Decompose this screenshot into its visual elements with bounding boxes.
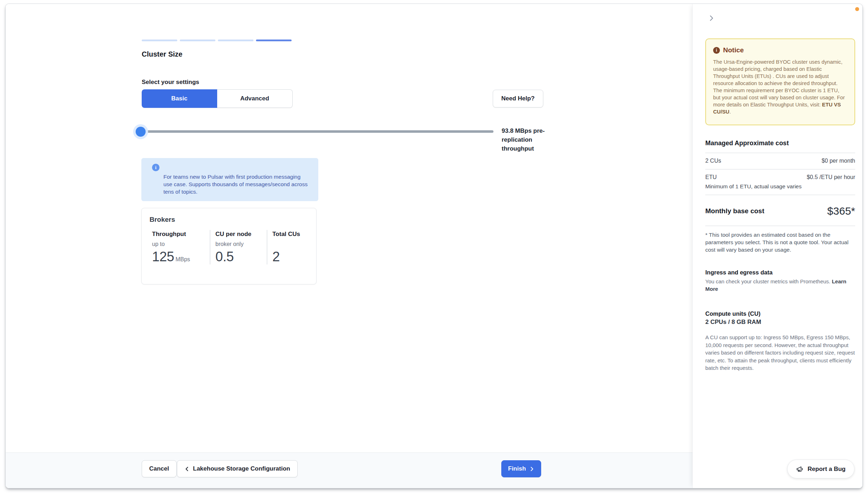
settings-label: Select your settings [142, 79, 199, 86]
divider [705, 195, 855, 195]
notice-title: Notice [723, 46, 744, 54]
chevron-right-icon [707, 14, 715, 22]
report-a-bug-label: Report a Bug [807, 466, 846, 473]
throughput-slider-caption: 93.8 MBps pre-replication throughput [502, 126, 549, 153]
metric-note: broker only [215, 241, 267, 248]
cost-row-subtext: Minimum of 1 ETU, actual usage varies [705, 183, 855, 190]
cost-disclaimer: * This tool provides an estimated cost b… [705, 231, 855, 253]
cost-row-cus: 2 CUs $0 per month [705, 153, 855, 169]
throughput-slider-handle[interactable] [136, 127, 146, 137]
wizard-footer: Cancel Lakehouse Storage Configuration F… [6, 452, 692, 488]
cost-row-value: $0.5 /ETU per hour [807, 174, 855, 180]
compute-units-title: Compute units (CU) [705, 310, 855, 317]
metric-note: up to [152, 241, 210, 248]
cancel-button[interactable]: Cancel [142, 460, 177, 477]
metric-unit: MBps [176, 256, 190, 262]
ingress-egress-title: Ingress and egress data [705, 269, 855, 276]
throughput-slider-track[interactable] [143, 130, 493, 133]
cost-row-label: 2 CUs [705, 158, 721, 164]
collapse-sidebar-button[interactable] [706, 13, 716, 23]
wizard-progress [142, 40, 292, 41]
report-a-bug-button[interactable]: Report a Bug [787, 460, 854, 478]
compute-units-spec: 2 CPUs / 8 GB RAM [705, 319, 855, 326]
notice-info-icon: i [713, 47, 720, 54]
metric-cu-per-node: CU per node broker only 0.5 [210, 230, 267, 264]
notice-suffix: . [730, 109, 731, 115]
notification-dot [855, 7, 859, 11]
ingress-egress-text: You can check your cluster metrics with … [705, 278, 832, 284]
notice-body-text: The Ursa-Engine-powered BYOC cluster use… [713, 59, 845, 107]
monthly-base-cost-value: $365* [827, 205, 855, 217]
cluster-setup-window: Cluster Size Select your settings Basic … [5, 4, 863, 488]
wizard-step-2-segment [180, 40, 215, 41]
cost-row-label: ETU [705, 174, 717, 180]
metric-total-cus: Total CUs 2 [267, 230, 308, 264]
compute-units-description: A CU can support up to: Ingress 50 MBps,… [705, 334, 855, 372]
wizard-step-3-segment [218, 40, 253, 41]
advanced-mode-button[interactable]: Advanced [217, 89, 293, 108]
basic-mode-button[interactable]: Basic [142, 89, 217, 108]
cost-row-value: $0 per month [822, 158, 855, 164]
finish-label: Finish [508, 465, 526, 472]
metric-header: Total CUs [272, 231, 308, 238]
metric-header: CU per node [215, 231, 267, 238]
cost-row-etu: ETU $0.5 /ETU per hour Minimum of 1 ETU,… [705, 169, 855, 195]
wizard-step-1-segment [142, 40, 177, 41]
back-button[interactable]: Lakehouse Storage Configuration [177, 460, 298, 477]
need-help-button[interactable]: Need Help? [493, 90, 543, 107]
brokers-title: Brokers [150, 216, 308, 224]
cost-section-title: Managed Approximate cost [705, 140, 855, 147]
brokers-metrics: Throughput up to 125MBps CU per node bro… [150, 230, 308, 264]
metric-value: 125 [152, 249, 174, 264]
monthly-base-cost-row: Monthly base cost $365* [705, 205, 855, 217]
page-title: Cluster Size [142, 50, 182, 58]
metric-value: 0.5 [215, 249, 234, 264]
back-label: Lakehouse Storage Configuration [193, 465, 290, 472]
cancel-label: Cancel [149, 465, 169, 472]
chevron-right-icon [529, 466, 534, 472]
main-panel: Cluster Size Select your settings Basic … [6, 4, 692, 488]
ingress-egress-body: You can check your cluster metrics with … [705, 278, 855, 293]
metric-note [272, 241, 308, 248]
chevron-left-icon [184, 466, 190, 472]
divider [705, 226, 855, 226]
notice-body: The Ursa-Engine-powered BYOC cluster use… [713, 58, 847, 115]
info-banner: i For teams new to Pulsar with first pro… [141, 158, 318, 201]
megaphone-icon [796, 465, 804, 473]
brokers-card: Brokers Throughput up to 125MBps CU per … [141, 208, 317, 284]
monthly-base-cost-label: Monthly base cost [705, 207, 764, 215]
notice-box: i Notice The Ursa-Engine-powered BYOC cl… [705, 38, 855, 125]
wizard-step-4-segment-active [256, 40, 292, 41]
metric-header: Throughput [152, 231, 210, 238]
info-icon: i [152, 164, 160, 171]
cost-sidebar: i Notice The Ursa-Engine-powered BYOC cl… [692, 4, 862, 488]
metric-throughput: Throughput up to 125MBps [150, 230, 210, 264]
finish-button[interactable]: Finish [501, 460, 541, 477]
mode-toggle: Basic Advanced [142, 89, 293, 108]
metric-value: 2 [272, 249, 280, 264]
info-banner-text: For teams new to Pulsar with first produ… [163, 173, 310, 195]
